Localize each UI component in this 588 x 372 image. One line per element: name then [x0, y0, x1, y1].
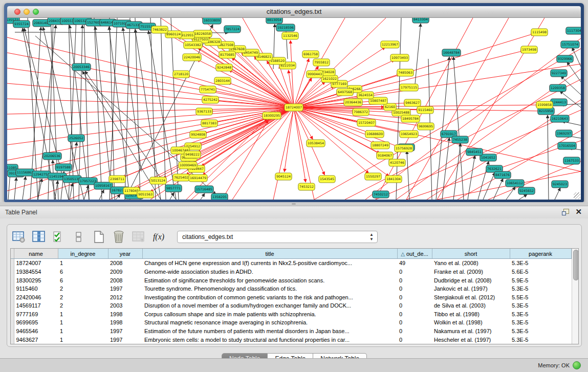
graph-node[interactable]: 10654112	[506, 180, 524, 187]
graph-node[interactable]: 1117304	[566, 27, 581, 34]
graph-node[interactable]: 9990443	[307, 71, 323, 78]
graph-node[interactable]: 15751074	[561, 41, 579, 48]
graph-node[interactable]: 1132546	[282, 32, 298, 39]
column-header-title[interactable]: title	[142, 249, 397, 259]
graph-node[interactable]: 8471676	[494, 171, 511, 179]
table-cell[interactable]: 0	[397, 285, 432, 293]
table-cell[interactable]: 2009	[108, 268, 142, 276]
graph-node[interactable]: 10538454	[307, 140, 325, 147]
graph-node[interactable]: 17975115	[400, 84, 418, 91]
graph-edge[interactable]	[229, 70, 294, 107]
table-cell[interactable]: 9463627	[14, 335, 58, 344]
graph-node[interactable]: 6497568	[337, 89, 353, 96]
graph-node[interactable]: 4275242	[202, 96, 219, 103]
graph-edge[interactable]	[294, 107, 313, 139]
graph-node[interactable]: 1841304	[385, 176, 402, 183]
table-cell[interactable]: Wolkin et al. (1998)	[432, 318, 510, 327]
graph-edge[interactable]	[7, 107, 294, 176]
graph-node[interactable]: 9329966	[557, 55, 573, 62]
table-cell[interactable]: Tourette syndrome. Phenomenology and cla…	[142, 285, 397, 293]
graph-edge[interactable]	[150, 18, 156, 200]
table-cell[interactable]: Corpus callosum shape and size in male p…	[142, 310, 397, 319]
graph-edge[interactable]	[94, 18, 102, 200]
graph-node[interactable]: 9245023	[552, 181, 568, 188]
table-cell[interactable]: Tibbo et al. (1998)	[432, 310, 510, 319]
table-row[interactable]: 946362711997Embryonic stem cells: a mode…	[11, 335, 571, 344]
table-row[interactable]: 1938455462009Genome-wide association stu…	[11, 268, 571, 276]
graph-edge[interactable]	[285, 107, 294, 172]
graph-edge[interactable]	[70, 183, 73, 200]
graph-node[interactable]: 9242848	[216, 64, 232, 71]
graph-node[interactable]: 7986372	[353, 108, 369, 116]
graph-node[interactable]: 17016504	[558, 142, 576, 149]
graph-edge[interactable]	[555, 188, 560, 200]
graph-node[interactable]: 9845451	[466, 148, 483, 156]
table-cell[interactable]: 9777169	[14, 310, 58, 319]
graph-node[interactable]: 22420046	[183, 54, 201, 61]
graph-node[interactable]: 7450212	[373, 191, 389, 198]
column-header-name[interactable]: name	[14, 249, 58, 259]
table-cell[interactable]: Structural magnetic resonance image aver…	[142, 318, 397, 327]
vertical-scrollbar[interactable]	[572, 249, 579, 344]
graph-node[interactable]: 10973493	[390, 54, 409, 61]
table-row[interactable]: 1456911722003Disruption of a novel membe…	[11, 301, 571, 310]
graph-node[interactable]: 4120746	[389, 159, 405, 166]
graph-node[interactable]: 9355724	[13, 20, 30, 28]
graph-node[interactable]: 1543545	[319, 176, 335, 183]
table-cell[interactable]: 5.3E-5	[510, 301, 571, 310]
table-cell[interactable]: Dudbridge et al. (2008)	[432, 276, 510, 285]
resize-grip[interactable]	[574, 192, 580, 199]
graph-node[interactable]: 9857771	[165, 185, 182, 192]
float-panel-icon[interactable]	[562, 209, 569, 215]
graph-node[interactable]: 1621022	[321, 75, 338, 82]
graph-edge[interactable]	[407, 151, 409, 200]
scrollbar-thumb[interactable]	[573, 250, 579, 280]
table-cell[interactable]: 2012	[108, 293, 142, 301]
table-cell[interactable]: 6	[58, 268, 108, 276]
graph-node[interactable]: 12213967	[381, 41, 399, 48]
new-column-icon[interactable]	[91, 229, 106, 245]
table-cell[interactable]: 1997	[108, 335, 142, 344]
graph-node[interactable]: 8817383	[201, 120, 217, 127]
table-cell[interactable]: 2003	[108, 301, 142, 310]
table-cell[interactable]: 9465546	[14, 327, 58, 336]
table-selector-combo[interactable]: citations_edges.txt ▲▼	[177, 231, 378, 243]
graph-node[interactable]: 16914479	[189, 174, 207, 182]
graph-node[interactable]: 9245652	[518, 187, 535, 194]
table-cell[interactable]: 2008	[108, 259, 142, 268]
close-panel-icon[interactable]: ✕	[575, 207, 582, 216]
graph-edge[interactable]	[483, 172, 495, 200]
graph-node[interactable]: 9045124	[275, 173, 292, 180]
graph-edge[interactable]	[453, 143, 461, 200]
graph-node[interactable]: 10099469	[179, 162, 197, 169]
graph-node[interactable]: 9924808	[190, 131, 206, 138]
graph-node[interactable]: 1973498	[521, 46, 537, 53]
graph-node[interactable]: 2398711	[109, 176, 125, 183]
graph-node[interactable]: 7857224	[224, 26, 241, 33]
show-column-icon[interactable]	[31, 229, 47, 245]
table-row[interactable]: 977716911998Corpus callosum shape and si…	[11, 310, 571, 319]
graph-node[interactable]: 9197588	[55, 164, 72, 171]
graph-edge[interactable]	[51, 18, 58, 200]
table-cell[interactable]: 0	[397, 318, 432, 327]
graph-node[interactable]: 18724007	[285, 104, 303, 111]
table-cell[interactable]: 2	[58, 301, 108, 310]
column-header-in-degree[interactable]: in_degree	[58, 249, 108, 259]
table-cell[interactable]: 49	[397, 259, 432, 268]
table-cell[interactable]: 5.9E-5	[510, 276, 571, 285]
graph-edge[interactable]	[273, 107, 294, 200]
graph-node[interactable]: 9367133	[196, 108, 212, 115]
table-cell[interactable]: 6	[58, 276, 108, 285]
graph-node[interactable]: 16648784	[442, 49, 461, 56]
graph-node[interactable]: 11156863	[16, 169, 34, 176]
graph-node[interactable]: 9115460	[417, 106, 433, 114]
splitter-handle[interactable]	[292, 203, 296, 205]
graph-node[interactable]: 1550297	[365, 173, 381, 180]
graph-node[interactable]: 20206536	[43, 152, 61, 160]
table-cell[interactable]: Nakamura et al. (1997)	[432, 327, 510, 336]
table-row[interactable]: 2242004622012Investigating the contribut…	[11, 293, 571, 301]
graph-node[interactable]: 7485063	[397, 69, 413, 76]
table-cell[interactable]: 1	[58, 259, 108, 268]
table-cell[interactable]: 0	[397, 268, 432, 276]
graph-node[interactable]: 2718120	[173, 71, 189, 78]
